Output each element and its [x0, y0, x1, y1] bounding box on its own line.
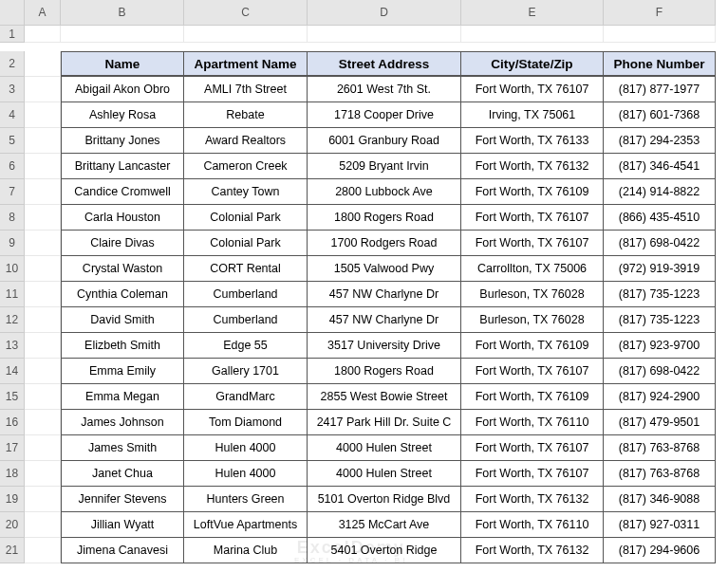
cell-E1[interactable] [461, 26, 604, 43]
cell-A3[interactable] [25, 77, 61, 102]
cell-name[interactable]: Jimena Canavesi [61, 538, 184, 563]
cell-name[interactable]: Cynthia Coleman [61, 282, 184, 307]
cell-apartment[interactable]: Cameron Creek [184, 154, 308, 179]
cell-name[interactable]: Emma Emily [61, 359, 184, 384]
row-header-12[interactable]: 12 [0, 307, 25, 333]
row-header-8[interactable]: 8 [0, 205, 25, 231]
row-header-13[interactable]: 13 [0, 333, 25, 359]
cell-apartment[interactable]: Colonial Park [184, 205, 308, 231]
cell-phone[interactable]: (817) 735-1223 [604, 282, 716, 307]
row-header-6[interactable]: 6 [0, 154, 25, 179]
row-header-7[interactable]: 7 [0, 179, 25, 205]
row-header-20[interactable]: 20 [0, 512, 25, 538]
row-header-14[interactable]: 14 [0, 359, 25, 384]
cell-street[interactable]: 2800 Lubbock Ave [308, 179, 461, 205]
cell-city[interactable]: Fort Worth, TX 76107 [461, 461, 604, 487]
cell-A7[interactable] [25, 179, 61, 205]
cell-name[interactable]: Abigail Akon Obro [61, 77, 184, 102]
cell-phone[interactable]: (817) 923-9700 [604, 333, 716, 359]
cell-name[interactable]: James Smith [61, 435, 184, 461]
cell-A12[interactable] [25, 307, 61, 333]
cell-city[interactable]: Fort Worth, TX 76132 [461, 487, 604, 512]
cell-city[interactable]: Fort Worth, TX 76109 [461, 179, 604, 205]
cell-apartment[interactable]: Colonial Park [184, 231, 308, 256]
cell-A18[interactable] [25, 461, 61, 487]
cell-phone[interactable]: (817) 924-2900 [604, 384, 716, 410]
col-header-A[interactable]: A [25, 0, 61, 26]
cell-apartment[interactable]: Edge 55 [184, 333, 308, 359]
col-header-C[interactable]: C [184, 0, 308, 26]
cell-street[interactable]: 5101 Overton Ridge Blvd [308, 487, 461, 512]
cell-A10[interactable] [25, 256, 61, 282]
cell-street[interactable]: 1718 Cooper Drive [308, 102, 461, 128]
cell-street[interactable]: 1800 Rogers Road [308, 205, 461, 231]
cell-B1[interactable] [61, 26, 184, 43]
cell-apartment[interactable]: AMLI 7th Street [184, 77, 308, 102]
cell-name[interactable]: Brittany Lancaster [61, 154, 184, 179]
cell-A13[interactable] [25, 333, 61, 359]
cell-phone[interactable]: (866) 435-4510 [604, 205, 716, 231]
cell-C1[interactable] [184, 26, 308, 43]
cell-street[interactable]: 1800 Rogers Road [308, 359, 461, 384]
cell-F1[interactable] [604, 26, 716, 43]
cell-street[interactable]: 2601 West 7th St. [308, 77, 461, 102]
cell-city[interactable]: Burleson, TX 76028 [461, 307, 604, 333]
cell-city[interactable]: Fort Worth, TX 76110 [461, 410, 604, 435]
cell-apartment[interactable]: Hulen 4000 [184, 435, 308, 461]
cell-A17[interactable] [25, 435, 61, 461]
table-header-city[interactable]: City/State/Zip [461, 51, 604, 77]
cell-city[interactable]: Fort Worth, TX 76107 [461, 435, 604, 461]
table-header-phone[interactable]: Phone Number [604, 51, 716, 77]
cell-A14[interactable] [25, 359, 61, 384]
cell-street[interactable]: 3125 McCart Ave [308, 512, 461, 538]
cell-street[interactable]: 2417 Park Hill Dr. Suite C [308, 410, 461, 435]
cell-phone[interactable]: (817) 698-0422 [604, 231, 716, 256]
cell-phone[interactable]: (817) 346-9088 [604, 487, 716, 512]
cell-street[interactable]: 4000 Hulen Street [308, 435, 461, 461]
cell-name[interactable]: Janet Chua [61, 461, 184, 487]
cell-city[interactable]: Fort Worth, TX 76132 [461, 538, 604, 563]
cell-phone[interactable]: (817) 346-4541 [604, 154, 716, 179]
cell-street[interactable]: 3517 University Drive [308, 333, 461, 359]
cell-name[interactable]: James Johnson [61, 410, 184, 435]
cell-street[interactable]: 457 NW Charlyne Dr [308, 307, 461, 333]
cell-city[interactable]: Fort Worth, TX 76132 [461, 154, 604, 179]
cell-A21[interactable] [25, 538, 61, 563]
cell-name[interactable]: Carla Houston [61, 205, 184, 231]
cell-phone[interactable]: (817) 763-8768 [604, 435, 716, 461]
cell-A9[interactable] [25, 231, 61, 256]
row-header-15[interactable]: 15 [0, 384, 25, 410]
cell-apartment[interactable]: Tom Diamond [184, 410, 308, 435]
row-header-17[interactable]: 17 [0, 435, 25, 461]
cell-phone[interactable]: (972) 919-3919 [604, 256, 716, 282]
cell-name[interactable]: Crystal Waston [61, 256, 184, 282]
cell-phone[interactable]: (817) 763-8768 [604, 461, 716, 487]
table-header-street[interactable]: Street Address [308, 51, 461, 77]
cell-street[interactable]: 4000 Hulen Street [308, 461, 461, 487]
row-header-3[interactable]: 3 [0, 77, 25, 102]
cell-street[interactable]: 6001 Granbury Road [308, 128, 461, 154]
cell-city[interactable]: Irving, TX 75061 [461, 102, 604, 128]
cell-city[interactable]: Fort Worth, TX 76109 [461, 384, 604, 410]
cell-phone[interactable]: (214) 914-8822 [604, 179, 716, 205]
cell-phone[interactable]: (817) 601-7368 [604, 102, 716, 128]
cell-phone[interactable]: (817) 735-1223 [604, 307, 716, 333]
cell-apartment[interactable]: Marina Club [184, 538, 308, 563]
cell-city[interactable]: Fort Worth, TX 76110 [461, 512, 604, 538]
cell-apartment[interactable]: Hulen 4000 [184, 461, 308, 487]
cell-city[interactable]: Fort Worth, TX 76107 [461, 231, 604, 256]
cell-A15[interactable] [25, 384, 61, 410]
cell-name[interactable]: David Smith [61, 307, 184, 333]
cell-city[interactable]: Carrollton, TX 75006 [461, 256, 604, 282]
cell-street[interactable]: 5401 Overton Ridge [308, 538, 461, 563]
cell-A19[interactable] [25, 487, 61, 512]
cell-street[interactable]: 457 NW Charlyne Dr [308, 282, 461, 307]
cell-name[interactable]: Candice Cromwell [61, 179, 184, 205]
cell-apartment[interactable]: Cantey Town [184, 179, 308, 205]
row-header-1[interactable]: 1 [0, 26, 25, 43]
col-header-F[interactable]: F [604, 0, 716, 26]
cell-apartment[interactable]: Cumberland [184, 282, 308, 307]
cell-A16[interactable] [25, 410, 61, 435]
spreadsheet-grid[interactable]: A B C D E F 1 2 Name Apartment Name Stre… [0, 0, 728, 563]
cell-phone[interactable]: (817) 294-9606 [604, 538, 716, 563]
